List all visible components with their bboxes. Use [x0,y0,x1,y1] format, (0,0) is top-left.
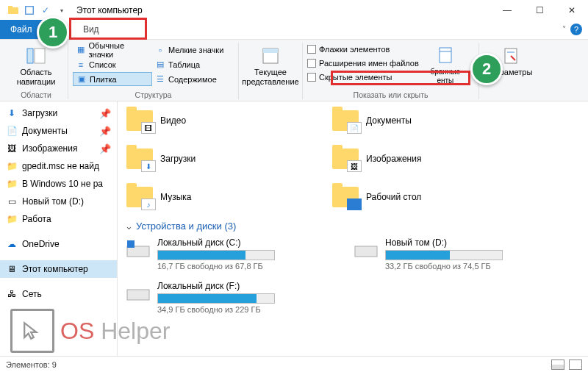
help-icon[interactable]: ? [570,24,582,35]
chevron-down-icon: ⌄ [125,221,133,232]
check-icon[interactable]: ✓ [40,4,51,16]
nav-onedrive[interactable]: ☁OneDrive [0,235,117,253]
layout-table[interactable]: ▤Таблица [152,57,232,71]
ribbon-group-areas: Область навигации Области [4,43,68,99]
watermark-logo: OS Helper [10,309,170,353]
svg-rect-4 [35,49,45,63]
view-large-button[interactable] [569,360,582,370]
nav-win10[interactable]: 📁В Windows 10 не ра [0,175,117,193]
status-bar: Элементов: 9 [0,356,588,372]
nav-work[interactable]: 📁Работа [0,210,117,228]
drive-icon [125,237,151,264]
checkbox-file-extensions[interactable]: Расширения имен файлов [307,57,419,70]
drive-icon [353,237,379,264]
nav-newvol[interactable]: ▭Новый том (D:) [0,193,117,210]
svg-rect-6 [263,49,278,53]
nav-this-pc[interactable]: 🖥Этот компьютер [0,260,117,278]
logo-text: OS Helper [60,318,170,345]
view-details-button[interactable] [551,360,564,370]
file-tab[interactable]: Файл [0,20,43,39]
annotation-box-2 [331,71,470,85]
cursor-icon [10,309,54,353]
close-button[interactable]: ✕ [556,0,588,21]
nav-pictures[interactable]: 🖼Изображения📌 [0,140,117,157]
svg-rect-1 [8,6,12,8]
navigation-pane-button[interactable]: Область навигации [9,43,63,87]
layout-small-icons[interactable]: ▫Мелкие значки [152,43,232,57]
layout-regular-icons[interactable]: ▦Обычные значки [73,43,152,57]
pin-icon: 📌 [99,143,111,154]
window-title: Этот компьютер [76,5,143,15]
nav-gpedit[interactable]: 📁gpedit.msc не найд [0,157,117,175]
ribbon-group-current-view: Текущее представление [239,43,303,99]
folder-desktop[interactable]: Рабочий стол [331,182,478,212]
folder-video[interactable]: 🎞Видео [125,106,272,135]
nav-downloads[interactable]: ⬇Загрузки📌 [0,104,117,122]
drive-icon [125,281,151,307]
folder-documents[interactable]: 📄Документы [331,106,478,135]
callout-2: 2 [470,53,503,85]
pin-icon: 📌 [99,126,111,137]
annotation-box-1 [69,18,147,40]
checkbox-item-flags[interactable]: Флажки элементов [307,43,419,56]
qat-dropdown-icon[interactable]: ▾ [56,4,68,16]
maximize-button[interactable]: ☐ [523,0,556,21]
current-view-button[interactable]: Текущее представление [243,43,298,87]
devices-header[interactable]: ⌄Устройства и диски (3) [125,221,581,232]
status-count: Элементов: 9 [6,360,57,369]
svg-rect-12 [127,240,135,248]
folder-downloads[interactable]: ⬇Загрузки [125,144,272,174]
layout-tiles[interactable]: ▣Плитка [73,72,152,86]
properties-icon[interactable] [24,4,35,16]
drive-d[interactable]: Новый том (D:) 33,2 ГБ свободно из 74,5 … [353,237,537,271]
layout-content[interactable]: ☰Содержимое [152,72,232,86]
svg-rect-2 [26,7,34,15]
content-area: 🎞Видео 📄Документы ⬇Загрузки 🖼Изображения… [118,101,588,356]
callout-1: 1 [37,16,69,49]
folder-icon [7,4,19,16]
pin-icon: 📌 [99,108,111,119]
svg-rect-13 [355,246,377,257]
nav-network[interactable]: 🖧Сеть [0,285,117,303]
collapse-ribbon-icon[interactable]: ˅ [562,25,566,33]
layout-list[interactable]: ≡Список [73,57,152,71]
svg-rect-11 [127,246,149,257]
nav-documents[interactable]: 📄Документы📌 [0,122,117,140]
svg-rect-14 [127,290,149,300]
svg-rect-7 [440,48,451,62]
svg-rect-0 [8,7,18,14]
folder-pictures[interactable]: 🖼Изображения [331,144,478,174]
minimize-button[interactable]: — [491,0,523,21]
svg-rect-3 [27,49,33,63]
ribbon-group-layout: ▦Обычные значки ▫Мелкие значки ≡Список ▤… [68,43,239,99]
drive-c[interactable]: Локальный диск (C:) 16,7 ГБ свободно из … [125,237,309,271]
folder-music[interactable]: ♪Музыка [125,182,272,212]
